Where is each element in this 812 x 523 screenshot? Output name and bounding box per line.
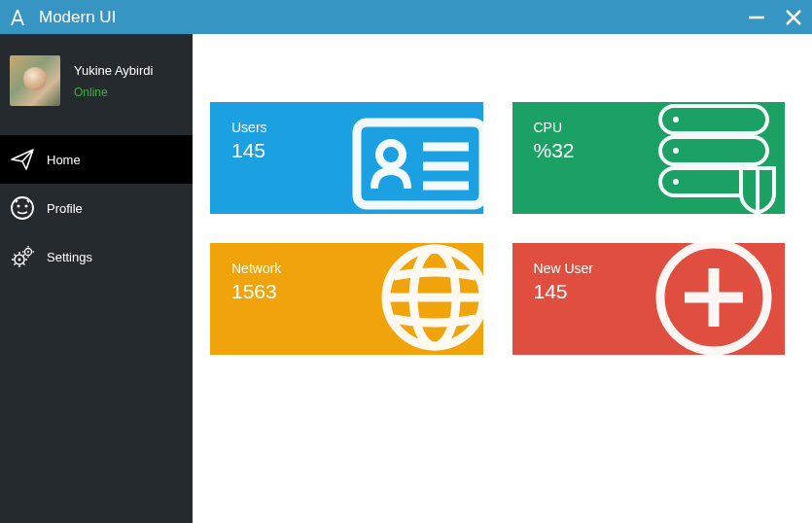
- id-card-icon: [347, 103, 483, 214]
- nav-label-home: Home: [47, 153, 81, 167]
- minimize-button[interactable]: [746, 7, 767, 28]
- paper-plane-icon: [10, 147, 35, 172]
- card-newuser[interactable]: New User 145: [512, 243, 786, 355]
- titlebar: Modern UI: [0, 0, 812, 34]
- svg-point-20: [673, 179, 679, 185]
- svg-point-16: [673, 117, 679, 122]
- svg-point-3: [12, 197, 33, 219]
- server-shield-icon: [649, 102, 785, 214]
- card-users[interactable]: Users 145: [210, 102, 483, 214]
- card-network[interactable]: Network 1563: [210, 243, 483, 355]
- gears-icon: [10, 244, 35, 269]
- nav-item-home[interactable]: Home: [0, 135, 193, 184]
- globe-icon: [376, 243, 483, 355]
- nav-item-settings[interactable]: Settings: [0, 232, 193, 281]
- window-title: Modern UI: [39, 8, 746, 27]
- window-controls: [746, 7, 804, 28]
- svg-point-11: [379, 143, 403, 166]
- svg-point-18: [673, 148, 679, 154]
- svg-point-4: [18, 205, 20, 208]
- face-icon: [10, 195, 35, 221]
- plus-circle-icon: [651, 243, 777, 355]
- nav-label-settings: Settings: [47, 250, 92, 264]
- avatar: [10, 55, 60, 106]
- svg-point-5: [25, 205, 28, 208]
- svg-point-9: [27, 251, 29, 253]
- nav-item-profile[interactable]: Profile: [0, 184, 193, 232]
- main-content: Users 145 CPU %32: [193, 34, 812, 523]
- user-section: Yukine Aybirdi Online: [0, 34, 193, 127]
- nav: Home Profile: [0, 135, 193, 281]
- sidebar: Yukine Aybirdi Online Home: [0, 34, 193, 523]
- user-status: Online: [74, 86, 153, 99]
- user-name: Yukine Aybirdi: [74, 63, 153, 78]
- app-logo-icon: [8, 8, 27, 27]
- nav-label-profile: Profile: [47, 201, 83, 216]
- svg-point-7: [18, 259, 21, 262]
- close-button[interactable]: [783, 7, 804, 28]
- card-cpu[interactable]: CPU %32: [512, 102, 786, 214]
